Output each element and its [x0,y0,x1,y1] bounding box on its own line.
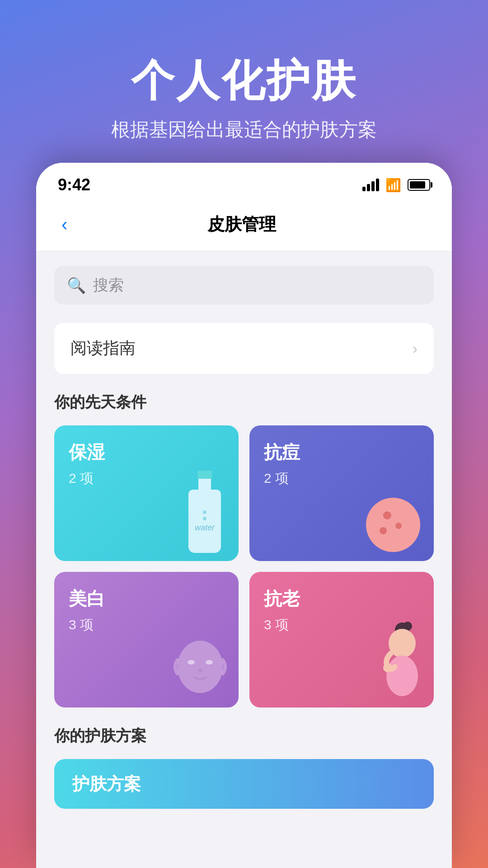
svg-point-8 [386,656,418,696]
card-antiaging-title: 抗老 [264,586,419,611]
innate-section-label: 你的先天条件 [54,392,434,413]
guide-section[interactable]: 阅读指南 › [54,323,434,374]
card-acne-count: 2 项 [264,469,419,488]
card-whitening-title: 美白 [69,586,224,611]
person-illustration [375,617,425,708]
status-bar: 9:42 📶 [36,163,452,200]
bottle-illustration: water [184,471,225,561]
card-acne-title: 抗痘 [264,440,419,465]
skincare-plan-card[interactable]: 护肤方案 [54,759,434,809]
search-icon: 🔍 [67,276,86,294]
card-antiaging[interactable]: 抗老 3 项 [249,572,434,708]
svg-point-1 [188,660,195,665]
face-illustration [366,498,420,552]
status-time: 9:42 [58,175,90,194]
cards-grid: 保湿 2 项 water 抗痘 [54,425,434,708]
skincare-section-label: 你的护肤方案 [54,726,434,746]
back-button[interactable]: ‹ [58,211,71,238]
battery-icon [408,179,430,191]
hero-section: 个人化护肤 根据基因给出最适合的护肤方案 [0,0,488,170]
svg-point-0 [178,641,223,693]
svg-point-9 [383,663,392,672]
signal-icon [362,179,379,191]
card-moisturize[interactable]: 保湿 2 项 water [54,425,239,561]
card-acne[interactable]: 抗痘 2 项 [249,425,434,561]
status-icons: 📶 [362,178,430,193]
card-whitening[interactable]: 美白 3 项 [54,572,239,708]
wifi-icon: 📶 [385,178,401,193]
mask-illustration [171,640,230,698]
phone-container: 9:42 📶 ‹ 皮肤管理 🔍 [36,163,452,868]
hero-title: 个人化护肤 [0,54,488,106]
search-placeholder-text: 搜索 [93,275,124,296]
nav-title: 皮肤管理 [71,213,412,236]
svg-point-2 [206,660,213,665]
svg-point-3 [198,669,202,672]
phone-screen: 9:42 📶 ‹ 皮肤管理 🔍 [36,163,452,868]
skincare-card-title: 护肤方案 [72,773,141,796]
nav-bar: ‹ 皮肤管理 [36,200,452,251]
hero-subtitle: 根据基因给出最适合的护肤方案 [0,117,488,142]
search-bar[interactable]: 🔍 搜索 [54,266,434,305]
content-area: 🔍 搜索 阅读指南 › 你的先天条件 保湿 2 项 [36,251,452,823]
card-whitening-count: 3 项 [69,616,224,634]
card-moisturize-title: 保湿 [69,440,224,465]
guide-chevron-icon: › [413,340,418,357]
guide-title: 阅读指南 [70,337,136,359]
